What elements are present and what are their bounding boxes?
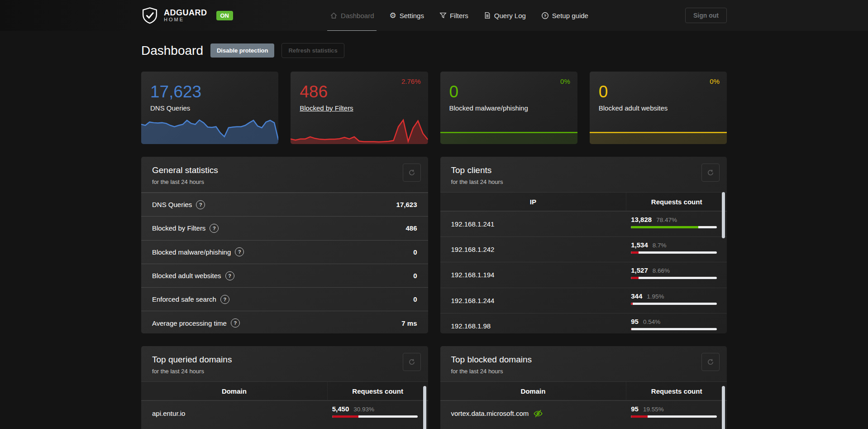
filter-icon xyxy=(439,12,447,19)
panel-subtitle: for the last 24 hours xyxy=(451,178,716,185)
client-row: 192.168.1.98 950.54% xyxy=(440,313,727,333)
refresh-icon xyxy=(408,169,415,176)
panel-header: General statistics for the last 24 hours xyxy=(141,157,428,193)
client-row: 192.168.1.244 3441.95% xyxy=(440,288,727,313)
dns-queries-label: DNS Queries xyxy=(141,100,278,112)
panel-subtitle: for the last 24 hours xyxy=(451,368,716,375)
nav-label: Filters xyxy=(450,12,468,19)
top-blocked-domains-panel: Top blocked domains for the last 24 hour… xyxy=(440,346,727,429)
client-ip: 192.168.1.194 xyxy=(440,262,627,287)
nav-item-setup-guide[interactable]: ? Setup guide xyxy=(541,0,588,31)
column-header-domain: Domain xyxy=(141,382,328,400)
nav-label: Dashboard xyxy=(341,12,374,19)
requests-count: 13,828 xyxy=(631,216,652,223)
help-icon[interactable]: ? xyxy=(231,318,240,328)
refresh-panel-button[interactable] xyxy=(403,353,421,371)
nav-item-dashboard[interactable]: Dashboard xyxy=(330,0,374,31)
help-circle-icon: ? xyxy=(541,12,549,19)
panel-title: Top blocked domains xyxy=(451,355,716,365)
requests-bar xyxy=(332,415,418,418)
help-icon[interactable]: ? xyxy=(196,200,205,209)
stat-label: Enforced safe search xyxy=(152,295,216,303)
requests-count: 1,527 xyxy=(631,266,648,274)
client-ip: 192.168.1.242 xyxy=(440,237,627,262)
client-row: 192.168.1.194 1,5278.66% xyxy=(440,262,727,287)
refresh-panel-button[interactable] xyxy=(403,164,421,182)
table-header: IP Requests count xyxy=(440,193,727,211)
home-icon xyxy=(330,12,338,19)
help-icon[interactable]: ? xyxy=(235,247,244,256)
panel-header: Top queried domains for the last 24 hour… xyxy=(141,346,428,382)
adguard-home-logo[interactable]: ADGUARD HOME ON xyxy=(141,6,233,25)
stat-value: 0 xyxy=(413,248,417,256)
stat-row: Enforced safe search? 0 xyxy=(141,287,428,311)
stat-cards-row: 17,623 DNS Queries 2.76% 486 Blocked by … xyxy=(141,72,727,144)
requests-percent: 0.54% xyxy=(643,318,660,325)
client-ip: 192.168.1.241 xyxy=(440,212,627,236)
requests-bar xyxy=(631,415,717,418)
stat-row: Average processing time? 7 ms xyxy=(141,311,428,333)
stat-value: 7 ms xyxy=(401,319,417,327)
requests-percent: 30.93% xyxy=(353,406,374,413)
top-queried-domains-panel: Top queried domains for the last 24 hour… xyxy=(141,346,428,429)
domain-row: api.entur.io 5,45030.93% xyxy=(141,400,428,426)
help-icon[interactable]: ? xyxy=(210,224,219,233)
table-header: Domain Requests count xyxy=(141,382,428,400)
stat-label: Blocked by Filters xyxy=(152,224,205,232)
help-icon[interactable]: ? xyxy=(225,271,234,280)
dashboard-page: Dashboard Disable protection Refresh sta… xyxy=(141,31,727,429)
blocked-filters-card: 2.76% 486 Blocked by Filters xyxy=(291,72,428,144)
requests-percent: 78.47% xyxy=(656,217,677,223)
blocked-adult-percent: 0% xyxy=(710,77,720,85)
blocked-filters-link[interactable]: Blocked by Filters xyxy=(300,104,353,112)
client-ip: 192.168.1.244 xyxy=(440,288,627,313)
blocked-malware-sparkline xyxy=(440,115,577,144)
document-icon xyxy=(484,12,491,19)
panel-title: Top queried domains xyxy=(152,355,417,365)
scrollbar-thumb[interactable] xyxy=(722,192,725,238)
svg-text:?: ? xyxy=(544,13,547,18)
top-nav: ADGUARD HOME ON Dashboard ⚙ Settings Fil… xyxy=(0,0,868,31)
requests-percent: 19.55% xyxy=(643,406,664,413)
disable-protection-button[interactable]: Disable protection xyxy=(210,43,274,58)
general-statistics-panel: General statistics for the last 24 hours… xyxy=(141,157,428,333)
blocked-filters-label: Blocked by Filters xyxy=(291,100,428,112)
page-head: Dashboard Disable protection Refresh sta… xyxy=(141,31,727,58)
panel-title: General statistics xyxy=(152,165,417,175)
brand-text: ADGUARD HOME xyxy=(164,9,207,22)
help-icon[interactable]: ? xyxy=(220,295,229,304)
stat-label: Blocked adult websites xyxy=(152,272,221,280)
refresh-panel-button[interactable] xyxy=(701,164,720,182)
gear-icon: ⚙ xyxy=(389,12,396,19)
refresh-icon xyxy=(707,169,714,176)
stat-value: 0 xyxy=(413,272,417,280)
stat-value: 17,623 xyxy=(396,201,417,208)
brand-name: ADGUARD xyxy=(164,9,207,17)
nav-label: Query Log xyxy=(494,12,526,19)
client-ip: 192.168.1.98 xyxy=(440,313,627,333)
top-clients-panel: Top clients for the last 24 hours IP Req… xyxy=(440,157,727,333)
scrollbar-thumb[interactable] xyxy=(423,386,426,429)
blocked-malware-value: 0 xyxy=(440,72,577,100)
panel-header: Top blocked domains for the last 24 hour… xyxy=(440,346,727,382)
blocked-adult-value: 0 xyxy=(590,72,727,100)
panel-header: Top clients for the last 24 hours xyxy=(440,157,727,193)
nav-item-query-log[interactable]: Query Log xyxy=(484,0,526,31)
scrollbar-thumb[interactable] xyxy=(722,386,725,429)
blocked-malware-percent: 0% xyxy=(560,77,570,85)
stat-label: Blocked malware/phishing xyxy=(152,248,231,256)
stat-value: 0 xyxy=(413,295,417,303)
blocked-filters-percent: 2.76% xyxy=(401,77,421,85)
requests-bar xyxy=(631,277,717,279)
requests-bar xyxy=(631,328,717,330)
nav-item-filters[interactable]: Filters xyxy=(439,0,468,31)
sign-out-button[interactable]: Sign out xyxy=(685,8,727,23)
refresh-statistics-button[interactable]: Refresh statistics xyxy=(281,43,344,58)
panels-row-2: Top queried domains for the last 24 hour… xyxy=(141,346,727,429)
blocked-adult-card: 0% 0 Blocked adult websites xyxy=(590,72,727,144)
refresh-panel-button[interactable] xyxy=(701,353,720,371)
nav-item-settings[interactable]: ⚙ Settings xyxy=(389,0,424,31)
eye-off-icon[interactable] xyxy=(533,409,543,419)
brand-subtitle: HOME xyxy=(164,17,207,23)
panels-row-1: General statistics for the last 24 hours… xyxy=(141,157,727,333)
